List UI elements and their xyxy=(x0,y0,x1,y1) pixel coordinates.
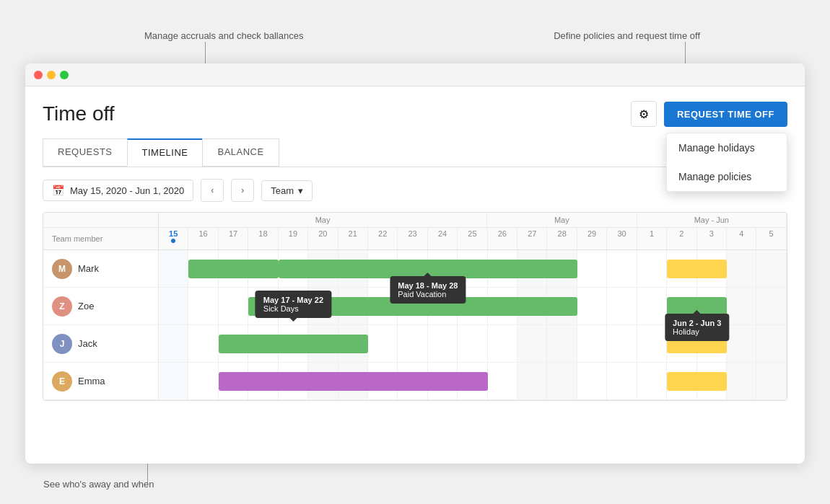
day-cell xyxy=(727,363,756,399)
day-cell xyxy=(159,250,188,287)
day-cell xyxy=(248,325,278,362)
header-actions: ⚙ REQUEST TIME OFF Manage holidays Manag… xyxy=(631,101,787,127)
minimize-button[interactable] xyxy=(47,71,56,79)
day-header-17: 17 xyxy=(219,228,248,249)
day-cell xyxy=(458,325,487,362)
close-button[interactable] xyxy=(34,71,43,79)
day-cell xyxy=(219,363,248,399)
avatar-zoe: Z xyxy=(52,296,72,317)
day-header-30: 30 xyxy=(607,228,637,249)
next-button[interactable]: › xyxy=(231,179,254,202)
day-header-5: 5 xyxy=(756,228,786,249)
manage-policies-item[interactable]: Manage policies xyxy=(667,162,787,191)
settings-button[interactable]: ⚙ xyxy=(631,101,657,127)
day-cell xyxy=(188,288,218,324)
page-header: Time off ⚙ REQUEST TIME OFF Manage holid… xyxy=(43,101,787,127)
maximize-button[interactable] xyxy=(60,71,69,79)
day-cell xyxy=(607,250,637,287)
month-label-2: May - Jun xyxy=(637,213,787,227)
table-row: JJackMay 17 - May 22Sick Days xyxy=(43,325,787,363)
gear-icon: ⚙ xyxy=(639,107,649,121)
day-cell xyxy=(697,363,727,399)
day-cell xyxy=(547,363,577,399)
day-cell xyxy=(338,250,368,287)
day-cell xyxy=(398,325,427,362)
month-label-1: May xyxy=(487,213,637,227)
today-dot xyxy=(171,239,175,243)
day-cell xyxy=(607,288,637,324)
day-cell xyxy=(398,288,427,324)
days-cells-emma xyxy=(159,363,787,399)
day-cell xyxy=(607,325,637,362)
request-time-off-button[interactable]: REQUEST TIME OFF xyxy=(664,102,787,127)
day-cell xyxy=(279,250,308,287)
day-cell xyxy=(428,250,458,287)
day-cell xyxy=(637,250,667,287)
date-range-picker[interactable]: 📅 May 15, 2020 - Jun 1, 2020 xyxy=(43,180,193,201)
calendar-icon: 📅 xyxy=(52,185,64,196)
day-cell xyxy=(727,325,756,362)
avatar-jack: J xyxy=(52,334,72,354)
day-cell xyxy=(637,288,667,324)
manage-holidays-item[interactable]: Manage holidays xyxy=(667,133,787,162)
day-cell xyxy=(219,325,248,362)
browser-titlebar xyxy=(25,63,805,87)
day-cell xyxy=(458,288,487,324)
day-cell xyxy=(667,325,696,362)
team-select[interactable]: Team ▾ xyxy=(261,180,313,201)
day-header-21: 21 xyxy=(338,228,368,249)
day-cell xyxy=(368,250,398,287)
chevron-left-icon: ‹ xyxy=(211,185,214,195)
day-cell xyxy=(368,288,398,324)
days-cells-mark: May 18 - May 28Paid Vacation xyxy=(159,250,787,287)
day-header-24: 24 xyxy=(428,228,458,249)
day-cell xyxy=(517,363,547,399)
day-header-3: 3 xyxy=(697,228,727,249)
day-cell xyxy=(488,363,517,399)
chevron-down-icon: ▾ xyxy=(298,185,303,196)
day-cell xyxy=(308,250,338,287)
day-cell xyxy=(577,250,607,287)
day-cell xyxy=(488,288,517,324)
day-cell xyxy=(188,325,218,362)
day-cell xyxy=(159,288,188,324)
day-cell xyxy=(308,288,338,324)
day-cell xyxy=(756,363,786,399)
day-header-28: 28 xyxy=(547,228,577,249)
day-header-20: 20 xyxy=(308,228,338,249)
day-cell xyxy=(219,250,248,287)
day-cell xyxy=(458,363,487,399)
day-cell xyxy=(279,363,308,399)
member-cell-mark: MMark xyxy=(43,250,159,287)
day-cell xyxy=(159,325,188,362)
annotation-bottom-left: See who's away and when xyxy=(43,479,154,490)
tab-requests[interactable]: REQUESTS xyxy=(43,138,128,167)
day-cell xyxy=(517,325,547,362)
day-cell xyxy=(756,288,786,324)
page-content: Time off ⚙ REQUEST TIME OFF Manage holid… xyxy=(25,87,805,464)
tab-balance[interactable]: BALANCE xyxy=(202,138,279,167)
day-cell xyxy=(727,250,756,287)
prev-button[interactable]: ‹ xyxy=(201,179,224,202)
member-name-mark: Mark xyxy=(78,263,99,274)
day-cell xyxy=(577,288,607,324)
day-cell xyxy=(308,325,338,362)
day-cell xyxy=(697,288,727,324)
day-header-15: 15 xyxy=(159,228,188,249)
timeline-container: MayMayMay - JunTeam member15161718192021… xyxy=(43,212,787,401)
month-label-0: May xyxy=(159,213,487,227)
day-cell xyxy=(756,250,786,287)
day-header-27: 27 xyxy=(517,228,547,249)
tab-timeline[interactable]: TIMELINE xyxy=(127,138,204,167)
chevron-right-icon: › xyxy=(241,185,244,195)
dropdown-menu: Manage holidays Manage policies xyxy=(666,133,787,192)
day-cell xyxy=(159,363,188,399)
table-row: MMarkMay 18 - May 28Paid Vacation xyxy=(43,250,787,288)
day-cell xyxy=(667,363,696,399)
day-header-26: 26 xyxy=(488,228,517,249)
day-header-18: 18 xyxy=(248,228,278,249)
day-cell xyxy=(398,250,427,287)
day-header-19: 19 xyxy=(279,228,308,249)
day-cell xyxy=(338,288,368,324)
member-name-zoe: Zoe xyxy=(78,301,94,311)
